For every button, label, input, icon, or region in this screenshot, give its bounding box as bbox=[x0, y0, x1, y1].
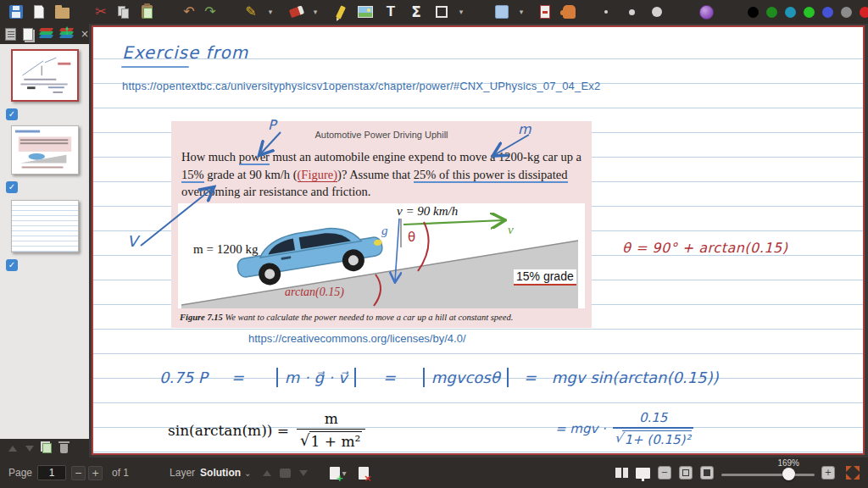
license-url-text: https://creativecommons.org/licenses/by/… bbox=[248, 332, 466, 345]
layer-view-icon[interactable] bbox=[280, 469, 291, 478]
zoom-original-button[interactable] bbox=[700, 466, 714, 480]
color-swatch-bright-green[interactable] bbox=[804, 7, 815, 18]
fullscreen-button[interactable] bbox=[846, 466, 860, 480]
page-1-checkbox[interactable]: ✓ bbox=[6, 108, 18, 120]
tab-layers[interactable] bbox=[40, 27, 53, 42]
color-swatch-red[interactable] bbox=[860, 7, 868, 18]
caption-text: We want to calculate the power needed to… bbox=[223, 313, 514, 322]
cut-button[interactable]: ✂ bbox=[92, 2, 110, 22]
pen-options-dropdown[interactable]: ▾ bbox=[261, 2, 280, 22]
plus-icon: + bbox=[825, 468, 832, 477]
color-swatch-green[interactable] bbox=[766, 7, 777, 18]
sidebar-close-button[interactable]: × bbox=[81, 28, 89, 40]
zoom-slider-track[interactable] bbox=[721, 474, 815, 476]
tab-layer-add[interactable] bbox=[60, 27, 74, 42]
layer-add-icon bbox=[60, 28, 74, 40]
color-swatch-blue[interactable] bbox=[822, 7, 833, 18]
exercise-clipping: Automotive Power Driving Uphill How much… bbox=[171, 121, 592, 328]
page-decrement-button[interactable]: − bbox=[71, 466, 86, 480]
page-increment-button[interactable]: + bbox=[88, 466, 103, 480]
page-2-checkbox[interactable]: ✓ bbox=[6, 181, 18, 193]
thumbnail-page-1[interactable] bbox=[11, 49, 79, 102]
zoom-slider[interactable]: 169% bbox=[721, 460, 815, 485]
image-icon bbox=[358, 6, 373, 18]
layer-select[interactable]: Solution bbox=[200, 467, 241, 479]
color-swatch-black[interactable] bbox=[748, 7, 759, 18]
shape-tool-button[interactable] bbox=[432, 2, 451, 22]
underlined-dissipated: 25% of this power is dissipated bbox=[414, 168, 568, 183]
new-document-button[interactable] bbox=[30, 2, 48, 22]
thumbnail-page-2[interactable] bbox=[11, 125, 79, 175]
view-controls: − 169% + bbox=[615, 460, 860, 485]
body-text: overcoming air resistance and friction. bbox=[181, 185, 370, 198]
dual-page-icon bbox=[615, 468, 628, 478]
previous-layer-icon[interactable] bbox=[263, 470, 271, 476]
trash-icon[interactable] bbox=[60, 444, 68, 453]
title-underline-stroke bbox=[121, 66, 189, 68]
eraser-tool-button[interactable] bbox=[287, 2, 305, 22]
pen-size-medium-button[interactable] bbox=[622, 2, 641, 22]
check-icon: ✓ bbox=[8, 182, 15, 191]
delete-page-button[interactable]: × bbox=[359, 467, 369, 480]
page-number-input[interactable]: 1 bbox=[37, 465, 66, 480]
thumbnail-page-3[interactable] bbox=[11, 200, 79, 252]
shape-options-dropdown[interactable]: ▾ bbox=[452, 2, 470, 22]
color-swatch-gray[interactable] bbox=[841, 7, 852, 18]
pen-icon: ✎ bbox=[245, 5, 256, 19]
mass-label: m = 1200 kg bbox=[193, 242, 258, 257]
thumbnail-sketch bbox=[13, 51, 77, 100]
save-icon bbox=[9, 5, 23, 19]
figure-link[interactable]: (Figure) bbox=[298, 168, 338, 182]
copy-page-icon[interactable] bbox=[42, 443, 52, 453]
body-text: How much bbox=[181, 150, 239, 164]
source-url-text: https://opentextbc.ca/universityphysicsv… bbox=[122, 80, 600, 92]
hand-tool-button[interactable] bbox=[559, 2, 578, 22]
pen-size-thick-button[interactable] bbox=[648, 2, 666, 22]
pen-size-fine-button[interactable] bbox=[597, 2, 615, 22]
color-swatch-teal[interactable] bbox=[785, 7, 796, 18]
paste-button[interactable] bbox=[137, 2, 156, 22]
add-page-button[interactable]: + bbox=[330, 467, 340, 480]
zoom-in-button[interactable]: + bbox=[821, 466, 835, 480]
save-button[interactable] bbox=[7, 2, 25, 22]
move-page-up-icon[interactable] bbox=[8, 446, 17, 452]
math-tex-tool-button[interactable]: Σ bbox=[407, 2, 426, 22]
chevron-down-icon: ▾ bbox=[269, 8, 273, 16]
body-text: )? Assume that bbox=[337, 168, 414, 181]
page-preview-icon bbox=[23, 28, 33, 41]
insert-image-button[interactable] bbox=[356, 2, 375, 22]
minus-icon: − bbox=[661, 468, 668, 477]
presentation-mode-button[interactable] bbox=[636, 468, 650, 479]
eraser-options-dropdown[interactable]: ▾ bbox=[306, 2, 325, 22]
dual-page-view-button[interactable] bbox=[615, 468, 628, 478]
text-tool-button[interactable]: T bbox=[381, 2, 400, 22]
tab-contents[interactable] bbox=[5, 27, 16, 42]
zoom-slider-knob[interactable] bbox=[782, 468, 795, 480]
select-options-dropdown[interactable]: ▾ bbox=[512, 2, 531, 22]
vertical-space-tool-button[interactable] bbox=[536, 2, 554, 22]
select-tool-button[interactable] bbox=[492, 2, 511, 22]
zoom-out-button[interactable]: − bbox=[658, 466, 671, 480]
highlighter-tool-button[interactable] bbox=[331, 2, 350, 22]
check-icon: ✓ bbox=[8, 109, 15, 119]
undo-button[interactable]: ↶ bbox=[180, 2, 198, 22]
move-page-down-icon[interactable] bbox=[25, 446, 34, 452]
text-tool-icon: T bbox=[387, 3, 395, 20]
arctan-annotation: arctan(0.15) bbox=[285, 286, 344, 299]
copy-button[interactable] bbox=[114, 2, 133, 22]
page-3-checkbox[interactable]: ✓ bbox=[6, 259, 18, 271]
minus-icon: − bbox=[75, 468, 82, 479]
new-document-icon bbox=[34, 5, 44, 19]
tab-page-preview[interactable] bbox=[23, 27, 33, 42]
stylus-tool-button[interactable] bbox=[697, 2, 715, 22]
chevron-down-icon[interactable]: ⌄ bbox=[244, 469, 251, 478]
selection-icon bbox=[495, 5, 509, 19]
page-thumbnail-panel: ✓ ✓ ✓ bbox=[0, 44, 89, 439]
pen-tool-button[interactable]: ✎ bbox=[242, 2, 260, 22]
zoom-fit-button[interactable] bbox=[679, 466, 693, 480]
notebook-page[interactable]: Exercise from https://opentextbc.ca/univ… bbox=[92, 25, 865, 455]
redo-button[interactable]: ↷ bbox=[201, 2, 220, 22]
next-layer-icon[interactable] bbox=[299, 470, 308, 476]
eq-lhs: 0.75 P bbox=[159, 369, 208, 386]
open-button[interactable] bbox=[53, 2, 71, 22]
